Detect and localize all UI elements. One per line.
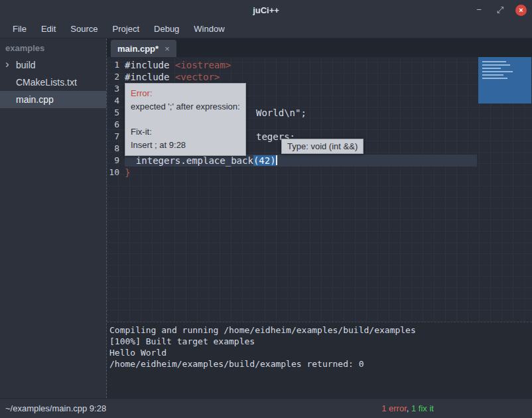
tree-item-label: build xyxy=(16,60,36,70)
line-number: 8 xyxy=(107,143,119,155)
fixit-text: Insert ; at 9:28 xyxy=(131,139,240,152)
line-number: 7 xyxy=(107,131,119,143)
line-number: 9 xyxy=(107,155,119,167)
error-tooltip-message: expected ';' after expression: xyxy=(131,100,240,113)
preprocessor-token: #include xyxy=(125,72,175,82)
preprocessor-token: #include xyxy=(125,60,175,70)
tooltip-spacer xyxy=(131,113,240,125)
tree-item-build[interactable]: › build xyxy=(0,56,106,74)
bracket-close: ) xyxy=(270,155,275,166)
file-tree: examples › build CMakeLists.txt main.cpp xyxy=(0,38,107,398)
type-tooltip: Type: void (int &&) xyxy=(281,139,364,154)
brace-token: } xyxy=(125,167,130,178)
minimap-code-line xyxy=(482,71,513,72)
chevron-right-icon: › xyxy=(5,56,9,72)
number-token: 42 xyxy=(259,155,270,166)
minimap-code-line xyxy=(482,68,501,69)
line-number: 10 xyxy=(107,167,119,178)
minimize-button[interactable]: − xyxy=(473,4,485,16)
line-number: 5 xyxy=(107,107,119,119)
editor-column: main.cpp* × 1 #include <iostream> 2 #inc… xyxy=(107,38,532,398)
menu-project[interactable]: Project xyxy=(105,20,147,38)
include-token: <vector> xyxy=(175,72,220,82)
line-number: 6 xyxy=(107,119,119,131)
line-number: 3 xyxy=(107,83,119,95)
menu-file[interactable]: File xyxy=(5,20,34,38)
tree-item-cmakelists[interactable]: CMakeLists.txt xyxy=(0,74,106,91)
fixit-count: 1 fix it xyxy=(411,403,434,413)
minimap[interactable] xyxy=(477,57,532,322)
fixit-label: Fix-it: xyxy=(131,125,240,139)
minimap-visible-region[interactable] xyxy=(478,57,531,104)
include-token: <iostream> xyxy=(175,60,231,70)
tab-bar: main.cpp* × xyxy=(107,38,532,57)
menubar: File Edit Source Project Debug Window xyxy=(0,20,532,38)
error-count: 1 error xyxy=(381,403,407,413)
menu-window[interactable]: Window xyxy=(186,20,232,38)
tab-main-cpp[interactable]: main.cpp* × xyxy=(111,40,176,57)
console-line: [100%] Built target examples xyxy=(109,336,532,347)
minimap-code-line xyxy=(482,61,506,62)
line-number: 2 xyxy=(107,71,119,83)
minimap-code-line xyxy=(482,74,503,76)
error-tooltip: Error: expected ';' after expression: Fi… xyxy=(125,83,246,156)
restore-button[interactable]: ⤢ xyxy=(494,4,506,16)
menu-edit[interactable]: Edit xyxy=(34,20,63,38)
tab-close-icon[interactable]: × xyxy=(165,44,170,53)
code-line[interactable]: 1 #include <iostream> xyxy=(107,59,477,71)
titlebar[interactable]: juCi++ − ⤢ × xyxy=(0,0,532,20)
window-title: juCi++ xyxy=(253,5,279,15)
statusbar: ~/examples/main.cpp 9:28 1 error, 1 fix … xyxy=(0,398,532,418)
tab-label: main.cpp* xyxy=(117,44,159,54)
line-number: 4 xyxy=(107,95,119,107)
text-cursor xyxy=(276,155,277,165)
window-controls: − ⤢ × xyxy=(473,0,527,20)
minimap-code-line xyxy=(482,64,510,66)
tree-item-label: CMakeLists.txt xyxy=(16,77,77,88)
diagnostics-separator: , xyxy=(407,403,411,413)
main-area: examples › build CMakeLists.txt main.cpp… xyxy=(0,38,532,398)
console-line: Hello World xyxy=(109,347,532,358)
error-tooltip-title: Error: xyxy=(131,87,240,100)
console-line: /home/eidheim/examples/build/examples re… xyxy=(109,358,532,370)
menu-debug[interactable]: Debug xyxy=(147,20,186,38)
console-line: Compiling and running /home/eidheim/exam… xyxy=(109,324,532,336)
diagnostics-summary: 1 error, 1 fix it xyxy=(381,403,434,413)
app-window: juCi++ − ⤢ × File Edit Source Project De… xyxy=(0,0,532,418)
code-line-current[interactable]: 9 integers.emplace_back(42) xyxy=(107,155,477,167)
code-line[interactable]: 10 } xyxy=(107,167,477,178)
code-editor[interactable]: 1 #include <iostream> 2 #include <vector… xyxy=(107,57,532,322)
close-button[interactable]: × xyxy=(515,5,527,16)
menu-source[interactable]: Source xyxy=(63,20,105,38)
tree-item-label: main.cpp xyxy=(16,94,54,105)
project-name: examples xyxy=(0,38,106,56)
minimap-code-line xyxy=(482,78,507,79)
line-number: 1 xyxy=(107,59,119,71)
cursor-location: ~/examples/main.cpp 9:28 xyxy=(5,403,106,413)
code-line[interactable]: 2 #include <vector> xyxy=(107,71,477,83)
code-token: integers.emplace_back xyxy=(125,155,253,166)
tree-item-maincpp[interactable]: main.cpp xyxy=(0,91,106,108)
output-console[interactable]: Compiling and running /home/eidheim/exam… xyxy=(107,322,532,398)
string-fragment: World\n"; xyxy=(256,107,306,118)
